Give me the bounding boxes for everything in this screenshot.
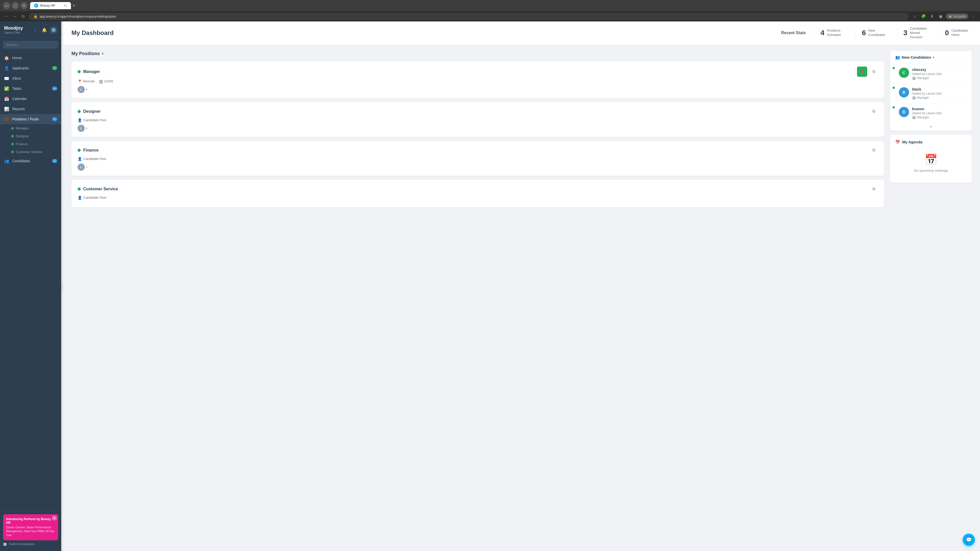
search-input[interactable] <box>3 41 58 49</box>
black-avatar: B <box>899 87 909 97</box>
close-tab-button[interactable]: ✕ <box>64 3 67 8</box>
browser-tab-bar: — □ ✕ B Breezy HR ✕ + <box>0 0 980 11</box>
sidebar-item-tasks[interactable]: ✅ Tasks + <box>0 83 61 94</box>
stats-bar: Recent Stats 4 Positions Activated 6 New… <box>781 27 972 40</box>
chesssy-position-icon: 🏢 <box>912 76 916 80</box>
active-tab[interactable]: B Breezy HR ✕ <box>30 2 71 9</box>
sidebar-item-inbox[interactable]: ✉️ Inbox <box>0 73 61 83</box>
finance-pool-label: Candidate Pool <box>83 157 106 161</box>
inbox-icon: ✉️ <box>4 76 9 81</box>
candidate-item-chesssy[interactable]: C chesssy Added by Lauren Deli 🏢 Manager <box>890 64 972 84</box>
positions-section-title: My Positions <box>72 51 100 56</box>
sidebar-item-calendar[interactable]: 📅 Calendar <box>0 94 61 104</box>
sidebar-subitem-designer[interactable]: Designer <box>0 132 61 140</box>
sidebar-subitem-finance[interactable]: Finance <box>0 140 61 148</box>
stat-number-4: 0 <box>945 29 949 37</box>
tab-title: Breezy HR <box>40 4 55 7</box>
sidebar-header-icons: ‹ 🔔 ⚙️ <box>32 27 57 34</box>
branon-added: Added by Lauren Deli <box>912 111 967 115</box>
back-button[interactable]: ← <box>3 13 10 20</box>
new-tab-button[interactable]: + <box>73 3 75 8</box>
finance-pool-icon: 👤 <box>78 157 82 161</box>
settings-button[interactable]: ⚙️ <box>50 27 57 34</box>
applicants-badge: 7 <box>52 66 57 70</box>
nav-home-label: Home <box>12 56 57 60</box>
finance-settings-button[interactable]: ⚙ <box>870 146 878 154</box>
menu-button[interactable]: ⋮ <box>970 13 977 20</box>
designer-members: L + <box>78 125 878 132</box>
manager-code: 🏢 12345 <box>99 79 113 83</box>
sidebar-header: Moodjoy Lauren Deli ‹ 🔔 ⚙️ <box>0 21 61 38</box>
refresh-button[interactable]: ↻ <box>19 13 27 20</box>
sidebar-item-applicants[interactable]: 👤 Applicants 7 <box>0 63 61 73</box>
finance-members: L + <box>78 164 878 171</box>
layout-button[interactable]: ▣ <box>937 13 944 20</box>
sidebar-divider <box>61 21 63 551</box>
stat-number-1: 4 <box>821 29 824 37</box>
manager-bookmark-button[interactable]: 🔖 <box>857 67 867 77</box>
manager-settings-button[interactable]: ⚙ <box>870 68 878 76</box>
candidate-item-branon[interactable]: B branon Added by Lauren Deli 🏢 Manager <box>890 103 972 123</box>
nav-tasks-label: Tasks <box>12 86 49 91</box>
agenda-empty-icon: 📅 <box>924 154 937 165</box>
chat-bubble-button[interactable]: 💬 <box>963 534 975 546</box>
address-url: app.breezy.hr/app/c/moodjoy/company/sett… <box>40 14 904 18</box>
promo-close-button[interactable]: ✕ <box>52 516 57 520</box>
branon-name: branon <box>912 107 967 111</box>
location-icon: 📍 <box>78 79 82 83</box>
address-bar[interactable]: 🔒 app.breezy.hr/app/c/moodjoy/company/se… <box>29 13 908 20</box>
tab-bar: B Breezy HR ✕ + <box>30 2 977 9</box>
lock-icon: 🔒 <box>33 14 38 18</box>
positions-dropdown-button[interactable]: ▾ <box>102 52 103 56</box>
finance-dot <box>11 143 14 145</box>
finance-name-label: Finance <box>83 148 99 152</box>
close-window-button[interactable]: ✕ <box>21 2 27 9</box>
maximize-button[interactable]: □ <box>12 2 19 9</box>
navigation-buttons: ← → ↻ <box>3 13 27 20</box>
branon-avatar: B <box>899 107 909 117</box>
address-bar-row: ← → ↻ 🔒 app.breezy.hr/app/c/moodjoy/comp… <box>0 11 980 21</box>
candidates-scroll-down-button[interactable]: ▾ <box>890 123 972 130</box>
download-button[interactable]: ⬇ <box>928 13 935 20</box>
manager-position-name: Manager <box>78 69 100 74</box>
cs-position-name: Customer Service <box>78 187 118 191</box>
sidebar-item-reports[interactable]: 📊 Reports <box>0 104 61 114</box>
nav-applicants-label: Applicants <box>12 66 49 70</box>
chesssy-added: Added by Lauren Deli <box>912 72 967 76</box>
sidebar-item-positions[interactable]: 💼 Positions / Pools + <box>0 114 61 124</box>
incognito-label: Incognito <box>953 14 966 18</box>
chesssy-info: chesssy Added by Lauren Deli 🏢 Manager <box>912 68 967 80</box>
manager-members: L + <box>78 86 878 93</box>
black-info: black Added by Lauren Deli 🏢 Manager <box>912 87 967 100</box>
incognito-button[interactable]: 🕵 Incognito <box>946 14 968 19</box>
designer-pool-meta: 👤 Candidate Pool <box>78 118 878 122</box>
branon-position-label: Manager <box>917 116 929 119</box>
customer-service-dot <box>11 151 14 153</box>
forward-button[interactable]: → <box>11 13 18 20</box>
minimize-button[interactable]: — <box>3 2 10 9</box>
candidate-item-black[interactable]: B black Added by Lauren Deli 🏢 Manager <box>890 84 972 103</box>
subitem-finance-label: Finance <box>16 142 27 146</box>
sidebar-subitem-manager[interactable]: Manager <box>0 124 61 132</box>
back-sidebar-button[interactable]: ‹ <box>32 27 39 34</box>
black-position-label: Manager <box>917 96 929 100</box>
window-controls: — □ ✕ <box>3 2 27 9</box>
candidates-dropdown-button[interactable]: ▾ <box>933 56 934 59</box>
stat-desc-2: New Candidates <box>869 29 889 37</box>
divider-handle <box>62 281 63 291</box>
chesssy-position: 🏢 Manager <box>912 76 967 80</box>
cs-settings-button[interactable]: ⚙ <box>870 185 878 193</box>
designer-pool-icon: 👤 <box>78 118 82 122</box>
designer-settings-button[interactable]: ⚙ <box>870 107 878 116</box>
promo-text: Easier, Cleaner, Better Performance Mana… <box>6 526 55 537</box>
extensions-button[interactable]: 🧩 <box>920 13 927 20</box>
sidebar-item-home[interactable]: 🏠 Home <box>0 53 61 63</box>
black-name: black <box>912 87 967 91</box>
cs-pool-label: Candidate Pool <box>83 196 106 200</box>
switch-companies-button[interactable]: 🏢 Switch Companies <box>3 540 58 548</box>
bell-button[interactable]: 🔔 <box>41 27 48 34</box>
sidebar-item-candidates[interactable]: 👥 Candidates + <box>0 156 61 166</box>
bookmark-star-button[interactable]: ☆ <box>911 13 918 20</box>
sidebar-subitem-customer-service[interactable]: Customer Service <box>0 148 61 156</box>
new-indicator-black <box>893 87 895 89</box>
